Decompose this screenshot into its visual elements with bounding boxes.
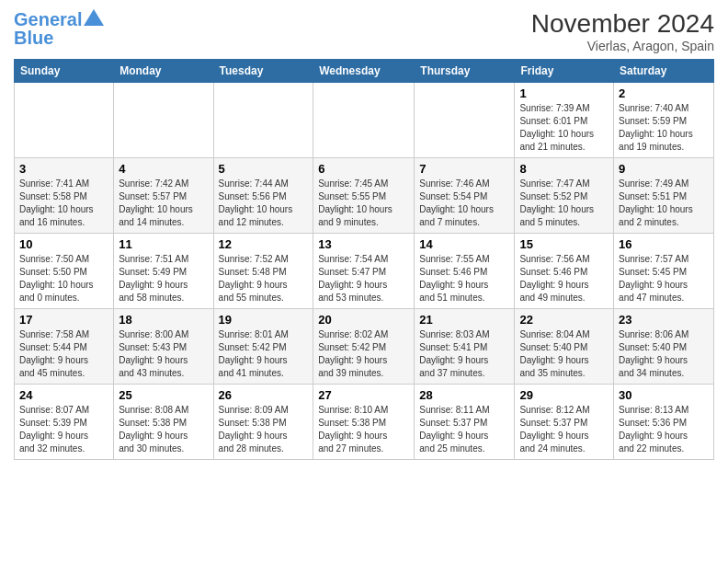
calendar-cell: 12Sunrise: 7:52 AM Sunset: 5:48 PM Dayli… bbox=[213, 234, 313, 309]
day-info: Sunrise: 7:46 AM Sunset: 5:54 PM Dayligh… bbox=[419, 178, 509, 229]
logo-text-blue: Blue bbox=[14, 28, 53, 48]
calendar-cell: 25Sunrise: 8:08 AM Sunset: 5:38 PM Dayli… bbox=[114, 385, 213, 460]
day-number: 18 bbox=[119, 313, 208, 327]
calendar-cell: 26Sunrise: 8:09 AM Sunset: 5:38 PM Dayli… bbox=[213, 385, 313, 460]
calendar-cell bbox=[114, 83, 213, 158]
day-info: Sunrise: 8:07 AM Sunset: 5:39 PM Dayligh… bbox=[19, 404, 108, 455]
day-number: 30 bbox=[619, 388, 709, 402]
day-number: 7 bbox=[419, 162, 509, 176]
day-info: Sunrise: 7:39 AM Sunset: 6:01 PM Dayligh… bbox=[519, 102, 609, 154]
day-number: 20 bbox=[318, 313, 409, 327]
day-info: Sunrise: 8:09 AM Sunset: 5:38 PM Dayligh… bbox=[219, 404, 309, 455]
day-info: Sunrise: 7:52 AM Sunset: 5:48 PM Dayligh… bbox=[219, 253, 309, 304]
day-number: 28 bbox=[419, 388, 509, 402]
calendar-cell: 17Sunrise: 7:58 AM Sunset: 5:44 PM Dayli… bbox=[15, 309, 114, 385]
calendar-cell bbox=[213, 83, 313, 158]
day-number: 15 bbox=[519, 237, 609, 251]
day-info: Sunrise: 7:40 AM Sunset: 5:59 PM Dayligh… bbox=[619, 102, 709, 154]
calendar-cell: 22Sunrise: 8:04 AM Sunset: 5:40 PM Dayli… bbox=[515, 309, 614, 385]
calendar-cell: 7Sunrise: 7:46 AM Sunset: 5:54 PM Daylig… bbox=[415, 158, 515, 234]
day-info: Sunrise: 8:06 AM Sunset: 5:40 PM Dayligh… bbox=[619, 328, 709, 380]
calendar-cell bbox=[15, 83, 114, 158]
day-info: Sunrise: 8:03 AM Sunset: 5:41 PM Dayligh… bbox=[419, 328, 509, 380]
day-info: Sunrise: 7:44 AM Sunset: 5:56 PM Dayligh… bbox=[219, 178, 309, 229]
day-number: 4 bbox=[119, 162, 208, 176]
weekday-header-thursday: Thursday bbox=[415, 60, 515, 83]
calendar-cell: 9Sunrise: 7:49 AM Sunset: 5:51 PM Daylig… bbox=[614, 158, 714, 234]
day-number: 19 bbox=[219, 313, 309, 327]
day-number: 1 bbox=[519, 86, 609, 100]
calendar-cell: 19Sunrise: 8:01 AM Sunset: 5:42 PM Dayli… bbox=[213, 309, 313, 385]
calendar-cell: 23Sunrise: 8:06 AM Sunset: 5:40 PM Dayli… bbox=[614, 309, 714, 385]
day-info: Sunrise: 7:49 AM Sunset: 5:51 PM Dayligh… bbox=[619, 178, 709, 229]
calendar-cell: 21Sunrise: 8:03 AM Sunset: 5:41 PM Dayli… bbox=[415, 309, 515, 385]
day-number: 21 bbox=[419, 313, 509, 327]
day-info: Sunrise: 7:58 AM Sunset: 5:44 PM Dayligh… bbox=[19, 328, 108, 380]
day-number: 5 bbox=[219, 162, 309, 176]
day-info: Sunrise: 8:13 AM Sunset: 5:36 PM Dayligh… bbox=[619, 404, 709, 455]
day-info: Sunrise: 7:42 AM Sunset: 5:57 PM Dayligh… bbox=[119, 178, 208, 229]
calendar-week-3: 10Sunrise: 7:50 AM Sunset: 5:50 PM Dayli… bbox=[15, 234, 714, 309]
day-number: 14 bbox=[419, 237, 509, 251]
calendar-cell: 30Sunrise: 8:13 AM Sunset: 5:36 PM Dayli… bbox=[614, 385, 714, 460]
calendar-cell: 28Sunrise: 8:11 AM Sunset: 5:37 PM Dayli… bbox=[415, 385, 515, 460]
day-number: 29 bbox=[519, 388, 609, 402]
calendar-week-1: 1Sunrise: 7:39 AM Sunset: 6:01 PM Daylig… bbox=[15, 83, 714, 158]
weekday-header-tuesday: Tuesday bbox=[213, 60, 313, 83]
day-info: Sunrise: 8:01 AM Sunset: 5:42 PM Dayligh… bbox=[219, 328, 309, 380]
weekday-header-saturday: Saturday bbox=[614, 60, 714, 83]
calendar-cell: 11Sunrise: 7:51 AM Sunset: 5:49 PM Dayli… bbox=[114, 234, 213, 309]
weekday-header-row: SundayMondayTuesdayWednesdayThursdayFrid… bbox=[15, 60, 714, 83]
calendar-cell: 13Sunrise: 7:54 AM Sunset: 5:47 PM Dayli… bbox=[313, 234, 415, 309]
calendar-cell: 24Sunrise: 8:07 AM Sunset: 5:39 PM Dayli… bbox=[15, 385, 114, 460]
calendar-week-2: 3Sunrise: 7:41 AM Sunset: 5:58 PM Daylig… bbox=[15, 158, 714, 234]
day-info: Sunrise: 7:54 AM Sunset: 5:47 PM Dayligh… bbox=[318, 253, 409, 304]
day-info: Sunrise: 7:55 AM Sunset: 5:46 PM Dayligh… bbox=[419, 253, 509, 304]
calendar-cell: 27Sunrise: 8:10 AM Sunset: 5:38 PM Dayli… bbox=[313, 385, 415, 460]
calendar-cell: 10Sunrise: 7:50 AM Sunset: 5:50 PM Dayli… bbox=[15, 234, 114, 309]
day-info: Sunrise: 8:11 AM Sunset: 5:37 PM Dayligh… bbox=[419, 404, 509, 455]
day-number: 22 bbox=[519, 313, 609, 327]
logo: General Blue bbox=[14, 9, 104, 48]
day-number: 27 bbox=[318, 388, 409, 402]
calendar-cell: 3Sunrise: 7:41 AM Sunset: 5:58 PM Daylig… bbox=[15, 158, 114, 234]
calendar-week-4: 17Sunrise: 7:58 AM Sunset: 5:44 PM Dayli… bbox=[15, 309, 714, 385]
day-info: Sunrise: 8:02 AM Sunset: 5:42 PM Dayligh… bbox=[318, 328, 409, 380]
day-info: Sunrise: 7:51 AM Sunset: 5:49 PM Dayligh… bbox=[119, 253, 208, 304]
calendar-cell bbox=[313, 83, 415, 158]
calendar-cell: 29Sunrise: 8:12 AM Sunset: 5:37 PM Dayli… bbox=[515, 385, 614, 460]
calendar-cell: 1Sunrise: 7:39 AM Sunset: 6:01 PM Daylig… bbox=[515, 83, 614, 158]
day-info: Sunrise: 8:00 AM Sunset: 5:43 PM Dayligh… bbox=[119, 328, 208, 380]
day-info: Sunrise: 8:08 AM Sunset: 5:38 PM Dayligh… bbox=[119, 404, 208, 455]
day-number: 11 bbox=[119, 237, 208, 251]
weekday-header-friday: Friday bbox=[515, 60, 614, 83]
day-number: 26 bbox=[219, 388, 309, 402]
day-info: Sunrise: 7:56 AM Sunset: 5:46 PM Dayligh… bbox=[519, 253, 609, 304]
logo-icon bbox=[84, 9, 104, 26]
day-number: 12 bbox=[219, 237, 309, 251]
calendar-week-5: 24Sunrise: 8:07 AM Sunset: 5:39 PM Dayli… bbox=[15, 385, 714, 460]
calendar-cell: 18Sunrise: 8:00 AM Sunset: 5:43 PM Dayli… bbox=[114, 309, 213, 385]
day-number: 9 bbox=[619, 162, 709, 176]
day-number: 16 bbox=[619, 237, 709, 251]
main-container: General Blue November 2024 Vierlas, Arag… bbox=[0, 0, 728, 469]
day-number: 3 bbox=[19, 162, 108, 176]
day-number: 23 bbox=[619, 313, 709, 327]
day-number: 6 bbox=[318, 162, 409, 176]
weekday-header-monday: Monday bbox=[114, 60, 213, 83]
calendar-cell: 15Sunrise: 7:56 AM Sunset: 5:46 PM Dayli… bbox=[515, 234, 614, 309]
calendar-cell: 16Sunrise: 7:57 AM Sunset: 5:45 PM Dayli… bbox=[614, 234, 714, 309]
weekday-header-wednesday: Wednesday bbox=[313, 60, 415, 83]
day-number: 25 bbox=[119, 388, 208, 402]
calendar-cell: 5Sunrise: 7:44 AM Sunset: 5:56 PM Daylig… bbox=[213, 158, 313, 234]
day-info: Sunrise: 7:41 AM Sunset: 5:58 PM Dayligh… bbox=[19, 178, 108, 229]
day-number: 8 bbox=[519, 162, 609, 176]
day-number: 17 bbox=[19, 313, 108, 327]
weekday-header-sunday: Sunday bbox=[15, 60, 114, 83]
calendar-cell: 14Sunrise: 7:55 AM Sunset: 5:46 PM Dayli… bbox=[415, 234, 515, 309]
day-info: Sunrise: 7:45 AM Sunset: 5:55 PM Dayligh… bbox=[318, 178, 409, 229]
calendar-cell: 2Sunrise: 7:40 AM Sunset: 5:59 PM Daylig… bbox=[614, 83, 714, 158]
calendar-cell: 8Sunrise: 7:47 AM Sunset: 5:52 PM Daylig… bbox=[515, 158, 614, 234]
calendar-cell bbox=[415, 83, 515, 158]
header-area: General Blue November 2024 Vierlas, Arag… bbox=[14, 9, 714, 53]
